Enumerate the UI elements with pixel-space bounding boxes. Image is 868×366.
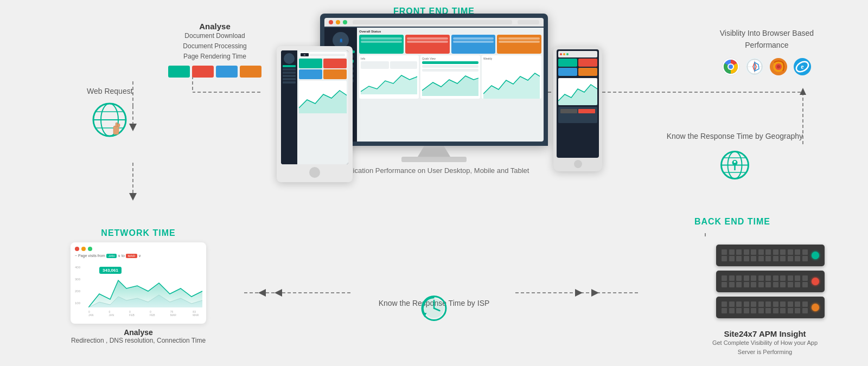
stats-row-1 [359,35,541,54]
network-time-label: NETWORK TIME [71,228,206,238]
clock-icon [419,293,449,325]
server-grid-1 [722,249,808,261]
svg-point-46 [777,65,780,68]
server-unit-1 [716,245,825,266]
site247-sub: Get Complete Visibility of How your App … [705,338,825,356]
mac-dot-green [88,247,92,251]
tablet-device: R [277,46,353,182]
screen-bottom: Info [359,55,541,99]
analyse-top-section: Analyse Document DownloadDocument Proces… [168,22,261,78]
stat-card-blue [451,35,496,54]
svg-rect-24 [118,124,120,127]
web-request-area: Web Request [87,87,133,139]
network-chart: ~ Page visits from JAN ∨ to MAR ∨ 400300… [71,242,206,324]
server-indicator-orange [812,304,819,311]
back-end-time-section: BACK END TIME [694,217,770,231]
tablet-sidebar [281,50,297,164]
mobile-device [553,46,602,171]
colour-bars [168,66,261,78]
monitor: 👤 Overall Status [320,14,548,146]
monitor-stand [418,146,450,157]
analyse-bottom-title: Analyse [71,328,206,337]
chart-mac-dots [75,247,202,251]
mobile-screen [557,49,599,158]
svg-marker-7 [258,289,266,297]
tablet-chart [299,81,347,113]
tablet-stat-row-2 [299,69,347,79]
screen-main: Overall Status [357,28,544,142]
tablet-main: R [297,50,348,164]
safari-icon [745,57,764,76]
firefox-icon [769,57,788,76]
chart-header: ~ Page visits from JAN ∨ to MAR ∨ [75,254,202,258]
server-grid-3 [722,301,808,313]
chart-box-2: Quick View [420,55,480,99]
svg-rect-23 [116,123,118,127]
analyse-bottom-sub: Redirection , DNS resolution, Connection… [71,337,206,344]
mobile-dark-bar [558,107,597,123]
svg-text:e: e [801,63,805,70]
svg-marker-4 [129,193,137,201]
globe-icon [91,101,129,139]
geography-globe-icon [717,147,752,183]
svg-point-35 [729,65,733,69]
mar-badge: MAR [126,254,137,258]
web-request-label: Web Request [87,87,133,95]
monitor-area: 👤 Overall Status [309,14,559,175]
chart-box-1: Info [359,55,419,99]
analyse-top-title: Analyse [168,22,261,31]
stat-card-orange [497,35,541,54]
mobile-stat-row-2 [558,68,597,76]
server-indicator-green [812,252,819,259]
mac-dot-red [75,247,79,251]
bar-red [192,66,214,78]
mac-dot-yellow [81,247,86,251]
analyse-bottom-section: Analyse Redirection , DNS resolution, Co… [71,328,206,344]
network-time-area: NETWORK TIME ~ Page visits from JAN ∨ to… [71,228,206,344]
monitor-base [401,157,467,162]
dot-green [343,20,347,24]
nav-icon-area [518,20,539,24]
diagram-container: FRONT END TIME 👤 [0,0,868,366]
svg-rect-22 [113,126,119,134]
bar-orange [240,66,261,78]
server-indicator-red [812,278,819,285]
visibility-text: Visiblity Into Browser BasedPerformance [720,27,814,52]
back-end-time-label: BACK END TIME [694,217,770,227]
dot-yellow [336,20,340,24]
chart-box-3: Weekly [482,55,541,99]
svg-marker-10 [591,289,599,297]
dot-red [329,20,333,24]
chart-area: 400300200100 343,061 [75,261,202,310]
site247-caption: Site24x7 APM Insight Get Complete Visibi… [705,329,825,356]
mobile-stat-row-1 [558,59,597,67]
mobile-top-bar [558,51,597,57]
analyse-top-sub: Document DownloadDocument ProcessingPage… [168,31,261,62]
stat-card-red [405,35,450,54]
server-unit-3 [716,297,825,318]
ie-icon: e [793,57,812,76]
response-geography-section: Know the Response Time by Geography [667,130,803,183]
servers-area [716,245,825,323]
bar-green [168,66,190,78]
monitor-top-bar [324,18,544,27]
bar-blue [216,66,238,78]
jan-badge: JAN [106,254,117,258]
site247-title: Site24x7 APM Insight [705,329,825,338]
tablet-screen: R [281,50,348,164]
svg-marker-13 [800,88,806,95]
svg-point-56 [733,161,736,163]
tablet-stat-row [299,59,347,68]
x-axis-labels: 0 JAN0 JAN0 FEB0 FEB75 MAR83 MAR [88,310,202,317]
visibility-section: Visiblity Into Browser BasedPerformance [720,27,814,76]
monitor-screen: 👤 Overall Status [324,28,544,142]
svg-marker-6 [275,289,282,297]
stat-card-green [359,35,404,54]
address-bar [353,20,512,24]
mobile-chart [558,78,597,105]
browser-icons: e [720,57,814,76]
server-unit-2 [716,271,825,292]
chrome-icon [721,57,741,76]
svg-marker-9 [575,289,583,297]
server-grid-2 [722,275,808,287]
